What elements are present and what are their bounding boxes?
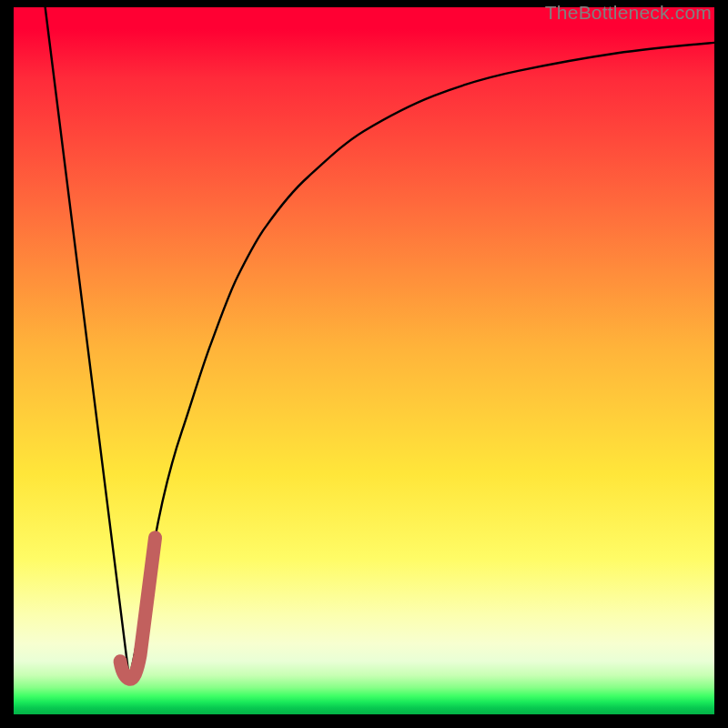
curve-layer xyxy=(14,7,714,714)
chart-stage: TheBottleneck.com xyxy=(0,0,728,728)
attribution-text: TheBottleneck.com xyxy=(545,2,712,24)
accent-j-stub xyxy=(120,538,155,680)
plot-area xyxy=(14,7,714,714)
series-right-curve xyxy=(129,43,714,679)
series-left-slope xyxy=(46,7,129,679)
